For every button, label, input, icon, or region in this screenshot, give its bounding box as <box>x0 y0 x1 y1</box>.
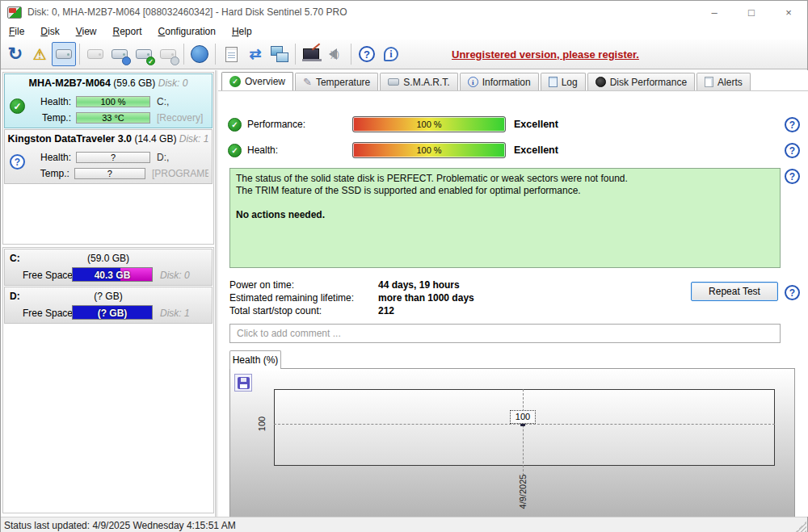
resize-grip[interactable] <box>796 522 806 532</box>
close-button[interactable]: × <box>770 1 807 23</box>
free-space-label: Free Space <box>23 308 73 319</box>
network-icon[interactable] <box>267 42 292 66</box>
info-icon[interactable]: i <box>379 42 403 66</box>
status-action: No actions needed. <box>236 209 774 221</box>
information-icon: i <box>468 77 478 87</box>
comment-input[interactable] <box>229 324 781 343</box>
floppy-icon <box>238 377 250 389</box>
free-space-label: Free Space <box>23 270 73 281</box>
register-link[interactable]: Unregistered version, please register. <box>452 48 639 61</box>
status-help-icon[interactable]: ? <box>785 169 800 184</box>
overview-check-icon: ✓ <box>229 76 241 87</box>
disk-clock-icon[interactable] <box>107 42 132 66</box>
toolbar-separator <box>79 44 80 65</box>
menu-help[interactable]: Help <box>224 24 260 39</box>
status-text-box: The status of the solid state disk is PE… <box>229 168 781 268</box>
partition-size: (? GB) <box>5 291 212 302</box>
disk-disabled-icon[interactable] <box>83 42 107 66</box>
stat-lifetime: Estimated remaining lifetime: more than … <box>229 291 474 304</box>
window-controls: – □ × <box>696 1 807 23</box>
volume-label: [Recovery] <box>157 112 203 124</box>
tab-log[interactable]: Log <box>541 73 586 90</box>
tab-alerts[interactable]: Alerts <box>696 73 751 90</box>
disk-list: MHA-M2B7-M064 (59.6 GB) Disk: 0 ✓ Health… <box>2 72 214 245</box>
smart-disk-icon <box>388 78 399 86</box>
chart-xtick-label: 4/9/2025 <box>518 467 528 516</box>
window-title: Disk: 0, MHA-M2B7-M064 [088032460342] - … <box>27 6 347 18</box>
globe-icon[interactable] <box>187 42 212 66</box>
menu-view[interactable]: View <box>68 24 105 39</box>
refresh-icon[interactable]: ↻ <box>3 42 27 66</box>
help-icon[interactable]: ? <box>355 42 379 66</box>
partition-item-c[interactable]: C: (59.0 GB) Free Space 40.3 GB Disk: 0 <box>4 249 213 286</box>
gauge-icon <box>595 77 606 87</box>
sidebar: MHA-M2B7-M064 (59.6 GB) Disk: 0 ✓ Health… <box>1 70 217 517</box>
disk-warning-icon[interactable]: ⚠ <box>27 42 52 66</box>
title-bar: Disk: 0, MHA-M2B7-M064 [088032460342] - … <box>1 1 807 23</box>
disk-name: Kingston DataTraveler 3.0 <box>8 133 133 145</box>
free-space-value: 40.3 GB <box>73 270 152 281</box>
menu-disk[interactable]: Disk <box>32 24 67 39</box>
health-label: Health: <box>247 145 352 156</box>
thermometer-icon: ✎ <box>303 76 312 88</box>
health-meter: 100 % <box>352 142 506 158</box>
minimize-button[interactable]: – <box>696 1 733 23</box>
partition-disk-index: Disk: 0 <box>160 270 190 281</box>
performance-label: Performance: <box>247 119 352 130</box>
toolbar-separator <box>183 44 184 65</box>
temp-bar: 33 °C <box>76 112 150 124</box>
disk-detect-icon[interactable] <box>52 42 76 66</box>
disk-item-1[interactable]: Kingston DataTraveler 3.0 (14.4 GB) Disk… <box>4 129 213 184</box>
sound-icon[interactable]: ))) <box>323 42 347 66</box>
main-body: MHA-M2B7-M064 (59.6 GB) Disk: 0 ✓ Health… <box>1 70 807 517</box>
health-label: Health: <box>32 96 71 107</box>
chart-point-label: 100 <box>510 410 536 424</box>
tab-overview[interactable]: ✓Overview <box>221 72 293 90</box>
partition-disk-index: Disk: 1 <box>160 308 190 319</box>
app-logo-icon <box>7 6 22 19</box>
save-chart-button[interactable] <box>234 374 252 392</box>
stat-start-stop: Total start/stop count: 212 <box>229 304 474 317</box>
free-space-bar: 40.3 GB <box>72 267 153 282</box>
repeat-test-button[interactable]: Repeat Test <box>691 282 778 301</box>
toolbar-separator <box>215 44 216 65</box>
health-chart: 100 100 4/9/2025 <box>229 368 795 519</box>
free-space-value: (? GB) <box>73 308 152 319</box>
tab-disk-performance[interactable]: Disk Performance <box>587 73 695 90</box>
log-icon <box>549 77 558 87</box>
tab-temperature[interactable]: ✎Temperature <box>295 73 378 90</box>
temp-label: Temp.: <box>32 112 71 124</box>
disk-ok-icon: ✓ <box>10 98 25 114</box>
tab-information[interactable]: iInformation <box>460 73 539 90</box>
health-label: Health: <box>32 152 71 163</box>
temp-label: Temp.: <box>32 168 69 179</box>
remote-config-icon[interactable] <box>299 42 323 66</box>
maximize-button[interactable]: □ <box>733 1 770 23</box>
disk-check-icon[interactable]: ✓ <box>132 42 156 66</box>
health-ok-icon: ✓ <box>228 144 242 157</box>
alerts-page-icon <box>705 77 713 87</box>
volume-label: [PROGRAME <box>152 168 208 179</box>
menu-report[interactable]: Report <box>105 24 150 39</box>
status-line-1: The status of the solid state disk is PE… <box>236 173 774 185</box>
overview-content: ✓ Performance: 100 % Excellent ? ✓ Healt… <box>218 90 808 517</box>
disk-index: Disk: 1 <box>179 133 209 145</box>
tab-smart[interactable]: S.M.A.R.T. <box>380 73 457 90</box>
health-rating: Excellent <box>514 145 558 156</box>
chart-tab-health[interactable]: Health (%) <box>229 350 281 369</box>
performance-help-icon[interactable]: ? <box>785 117 800 132</box>
partition-size: (59.0 GB) <box>5 253 212 264</box>
report-icon[interactable] <box>219 42 243 66</box>
main-panel: ✓Overview ✎Temperature S.M.A.R.T. iInfor… <box>218 70 808 517</box>
menu-configuration[interactable]: Configuration <box>150 24 224 39</box>
health-help-icon[interactable]: ? <box>785 143 800 158</box>
status-line-2: The TRIM feature of the SSD is supported… <box>236 185 774 197</box>
toolbar-separator <box>295 44 296 65</box>
disk-item-0[interactable]: MHA-M2B7-M064 (59.6 GB) Disk: 0 ✓ Health… <box>4 73 213 128</box>
status-bar: Status last updated: 4/9/2025 Wednesday … <box>1 517 807 532</box>
partition-item-d[interactable]: D: (? GB) Free Space (? GB) Disk: 1 <box>4 287 213 324</box>
sync-icon[interactable]: ⇄ <box>243 42 267 66</box>
menu-file[interactable]: File <box>1 24 32 39</box>
disk-search-icon[interactable] <box>156 42 180 66</box>
repeat-test-help-icon[interactable]: ? <box>785 285 800 300</box>
